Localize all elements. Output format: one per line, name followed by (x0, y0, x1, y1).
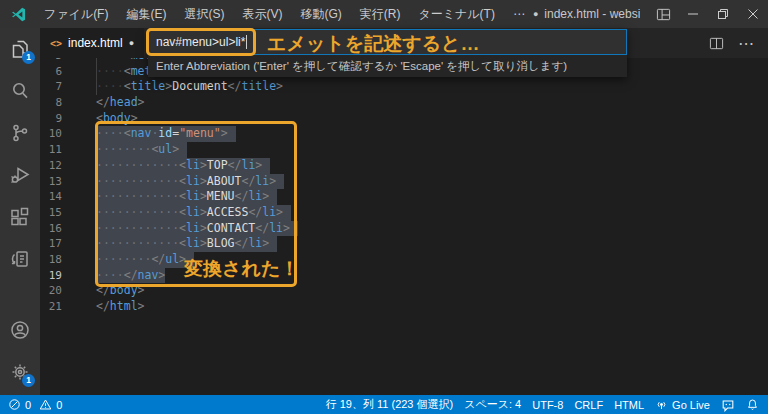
sidebar-item-run-debug[interactable] (0, 154, 40, 196)
error-count: 0 (25, 399, 31, 411)
text-cursor (246, 35, 247, 49)
code-editor[interactable]: 5····<met6····<met7····<title>Document</… (40, 58, 768, 395)
activity-bar: 1 (0, 28, 40, 395)
minimize-button[interactable] (678, 0, 708, 28)
code-line-8[interactable]: 8</head> (40, 95, 768, 111)
line-number: 21 (40, 299, 62, 315)
code-line-18[interactable]: 18········</ul> (40, 252, 768, 268)
code-line-7[interactable]: 7····<title>Document</title> (40, 79, 768, 95)
line-number: 7 (40, 79, 62, 95)
problems-button[interactable]: 0 0 (8, 398, 62, 411)
menu-item-terminal[interactable]: ターミナル(T) (410, 3, 502, 26)
editor-actions: ⋯ (704, 28, 768, 58)
line-number: 9 (40, 111, 62, 127)
line-number: 13 (40, 174, 62, 190)
layout-toggle-icon[interactable] (648, 0, 678, 28)
code-line-21[interactable]: 21</html> (40, 299, 768, 315)
encoding-setting[interactable]: UTF-8 (532, 399, 563, 411)
settings-button[interactable]: 1 (0, 351, 40, 393)
go-live-button[interactable]: Go Live (655, 398, 710, 411)
code-line-17[interactable]: 17············<li>BLOG</li> (40, 236, 768, 252)
cursor-position[interactable]: 行 19、列 11 (223 個選択) (326, 397, 454, 412)
language-mode[interactable]: HTML (614, 399, 644, 411)
annotation-converted-note: 変換された！ (184, 256, 299, 282)
menu-item-edit[interactable]: 編集(E) (118, 3, 174, 26)
html-file-icon: <> (50, 38, 62, 49)
warnings-icon (39, 398, 52, 411)
line-number: 16 (40, 221, 62, 237)
menu-item-view[interactable]: 表示(V) (234, 3, 290, 26)
menu-item-go[interactable]: 移動(G) (292, 3, 349, 26)
code-line-10[interactable]: 10····<nav·id="menu"> (40, 126, 768, 142)
source-control-icon (8, 121, 32, 145)
search-icon (8, 79, 32, 103)
emmet-abbreviation-input[interactable]: nav#menu>ul>li* (156, 35, 245, 49)
indentation-setting[interactable]: スペース: 4 (464, 397, 521, 412)
sidebar-item-live-preview[interactable] (0, 238, 40, 280)
sidebar-item-extensions[interactable] (0, 196, 40, 238)
code-line-12[interactable]: 12············<li>TOP</li> (40, 158, 768, 174)
menu-item-overflow[interactable]: ⋯ (505, 4, 533, 24)
menu-item-run[interactable]: 実行(R) (352, 3, 409, 26)
vscode-logo-icon[interactable] (0, 6, 36, 23)
code-line-9[interactable]: 9<body> (40, 111, 768, 127)
code-line-13[interactable]: 13············<li>ABOUT</li> (40, 174, 768, 190)
code-line-20[interactable]: 20</body> (40, 283, 768, 299)
errors-icon (8, 398, 21, 411)
line-number: 15 (40, 205, 62, 221)
sidebar-item-search[interactable] (0, 70, 40, 112)
eol-setting[interactable]: CRLF (574, 399, 603, 411)
line-number: 11 (40, 142, 62, 158)
emmet-input-hint: Enter Abbreviation ('Enter' を押して確認するか 'E… (148, 55, 627, 77)
line-number: 14 (40, 189, 62, 205)
code-line-19[interactable]: 19····</nav> (40, 268, 768, 284)
broadcast-icon (655, 398, 668, 411)
notifications-button[interactable] (746, 398, 759, 411)
code-line-15[interactable]: 15············<li>ACCESS</li> (40, 205, 768, 221)
title-bar: ファイル(F) 編集(E) 選択(S) 表示(V) 移動(G) 実行(R) ター… (0, 0, 768, 28)
menu-bar: ファイル(F) 編集(E) 選択(S) 表示(V) 移動(G) 実行(R) ター… (36, 3, 533, 26)
line-number: 8 (40, 95, 62, 111)
feedback-button[interactable] (721, 398, 735, 412)
window-title: ● index.html - website - Visual Studio C… (533, 7, 640, 21)
warning-count: 0 (56, 399, 62, 411)
line-number: 10 (40, 126, 62, 142)
line-number: 6 (40, 64, 62, 80)
code-line-11[interactable]: 11········<ul> (40, 142, 768, 158)
restore-button[interactable] (708, 0, 738, 28)
menu-item-file[interactable]: ファイル(F) (36, 3, 116, 26)
extensions-icon (8, 205, 32, 229)
explorer-badge: 1 (22, 51, 35, 64)
account-icon (8, 318, 32, 342)
feedback-icon (721, 398, 735, 412)
status-bar: 0 0 行 19、列 11 (223 個選択) スペース: 4 UTF-8 CR… (0, 395, 768, 414)
menu-item-selection[interactable]: 選択(S) (176, 3, 232, 26)
sidebar-item-explorer[interactable]: 1 (0, 28, 40, 70)
window-controls (648, 0, 768, 28)
line-number: 18 (40, 252, 62, 268)
run-debug-icon (8, 163, 32, 187)
split-editor-icon[interactable] (704, 31, 728, 55)
activity-bar-bottom: 1 (0, 309, 40, 395)
code-lines: 5····<met6····<met7····<title>Document</… (40, 58, 768, 315)
bell-icon (746, 398, 759, 411)
sidebar-item-source-control[interactable] (0, 112, 40, 154)
live-preview-icon (8, 247, 32, 271)
line-number: 19 (40, 268, 62, 284)
close-button[interactable] (738, 0, 768, 28)
settings-badge: 1 (22, 374, 35, 387)
annotation-write-note: エメットを記述すると… (267, 31, 480, 57)
tab-modified-dot[interactable]: ● (129, 38, 134, 48)
vscode-window: ファイル(F) 編集(E) 選択(S) 表示(V) 移動(G) 実行(R) ター… (0, 0, 768, 414)
tab-index-html[interactable]: <> index.html ● (40, 28, 145, 58)
line-number: 20 (40, 283, 62, 299)
line-number: 17 (40, 236, 62, 252)
tab-label: index.html (68, 36, 123, 50)
code-line-16[interactable]: 16············<li>CONTACT</li> (40, 221, 768, 237)
account-button[interactable] (0, 309, 40, 351)
title-modified-dot: ● (533, 9, 538, 19)
more-actions-button[interactable]: ⋯ (734, 31, 758, 55)
line-number: 12 (40, 158, 62, 174)
code-line-14[interactable]: 14············<li>MENU</li> (40, 189, 768, 205)
